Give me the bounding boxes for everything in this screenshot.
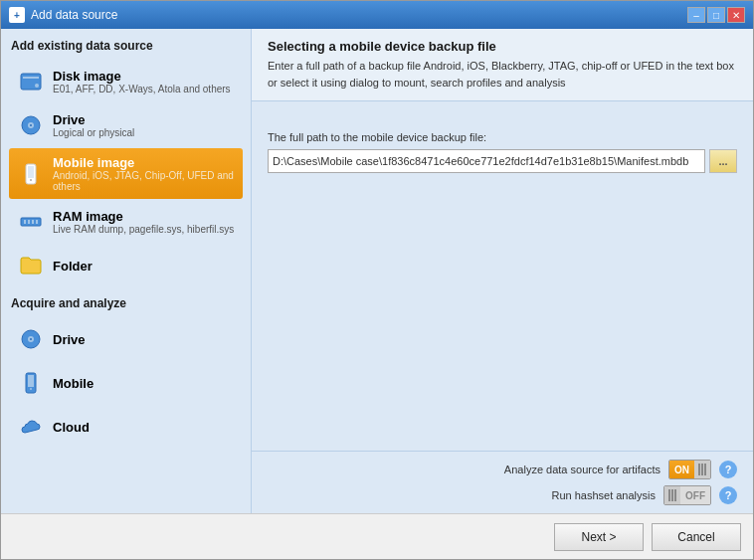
hashset-bar-3 <box>674 489 676 501</box>
minimize-button[interactable]: – <box>687 7 705 23</box>
folder-icon <box>17 252 45 280</box>
main-body: The full path to the mobile device backu… <box>252 101 753 451</box>
path-input-row: ... <box>268 149 737 173</box>
drive-sublabel: Logical or physical <box>53 127 134 138</box>
content-area: Add existing data source Disk image E01,… <box>1 29 753 513</box>
path-section: The full path to the mobile device backu… <box>268 131 737 173</box>
svg-point-2 <box>35 84 39 88</box>
sidebar-item-folder[interactable]: Folder <box>9 245 243 286</box>
analyze-toggle[interactable]: ON <box>668 460 711 479</box>
mobile-image-label: Mobile image <box>53 155 235 170</box>
drive-text: Drive Logical or physical <box>53 112 134 138</box>
sidebar-item-acquire-cloud[interactable]: Cloud <box>9 406 243 448</box>
sidebar-item-mobile-image[interactable]: Mobile image Android, iOS, JTAG, Chip-Of… <box>9 148 243 199</box>
path-input[interactable] <box>268 149 705 173</box>
analyze-help-icon[interactable]: ? <box>719 461 737 478</box>
app-icon: + <box>9 7 25 23</box>
hashset-bar-1 <box>668 489 670 501</box>
disk-image-text: Disk image E01, AFF, DD, X-Ways, Atola a… <box>53 69 231 94</box>
close-button[interactable]: ✕ <box>727 7 745 23</box>
footer: Next > Cancel <box>1 513 753 559</box>
toggle-bar-3 <box>704 464 706 475</box>
main-panel: Selecting a mobile device backup file En… <box>252 29 753 513</box>
svg-rect-1 <box>23 77 39 79</box>
disk-image-icon <box>17 68 45 95</box>
svg-rect-7 <box>28 166 34 178</box>
hashset-label: Run hashset analysis <box>551 489 656 501</box>
analyze-label: Analyze data source for artifacts <box>504 464 660 475</box>
toggle-bar-2 <box>701 464 703 475</box>
acquire-section-title: Acquire and analyze <box>11 296 243 310</box>
mobile-image-icon <box>17 160 45 188</box>
cancel-button[interactable]: Cancel <box>652 523 741 551</box>
titlebar-left: + Add data source <box>9 7 117 23</box>
sidebar: Add existing data source Disk image E01,… <box>1 29 252 513</box>
sidebar-item-disk-image[interactable]: Disk image E01, AFF, DD, X-Ways, Atola a… <box>9 61 243 102</box>
ram-image-sublabel: Live RAM dump, pagefile.sys, hiberfil.sy… <box>53 224 234 235</box>
acquire-drive-label: Drive <box>53 332 86 347</box>
toggle-bar-1 <box>698 464 700 475</box>
analyze-option-row: Analyze data source for artifacts ON ? <box>268 460 737 479</box>
hashset-bar-2 <box>671 489 673 501</box>
main-header: Selecting a mobile device backup file En… <box>252 29 753 101</box>
sidebar-item-acquire-drive[interactable]: Drive <box>9 318 243 360</box>
ram-image-text: RAM image Live RAM dump, pagefile.sys, h… <box>53 209 234 235</box>
ram-image-icon <box>17 208 45 236</box>
acquire-cloud-icon <box>17 413 45 441</box>
main-header-title: Selecting a mobile device backup file <box>268 39 737 54</box>
folder-label: Folder <box>53 259 93 274</box>
path-label: The full path to the mobile device backu… <box>268 131 737 143</box>
svg-point-8 <box>30 179 32 181</box>
svg-point-16 <box>30 338 32 340</box>
next-button[interactable]: Next > <box>554 523 644 551</box>
acquire-mobile-icon <box>17 369 45 397</box>
acquire-drive-icon <box>17 325 45 353</box>
cancel-label: Cancel <box>677 530 714 544</box>
mobile-image-text: Mobile image Android, iOS, JTAG, Chip-Of… <box>53 155 235 192</box>
disk-image-label: Disk image <box>53 69 231 84</box>
sidebar-item-drive[interactable]: Drive Logical or physical <box>9 104 243 146</box>
svg-rect-11 <box>28 220 30 224</box>
restore-button[interactable]: □ <box>707 7 725 23</box>
hashset-toggle-bars <box>664 486 680 504</box>
acquire-cloud-text: Cloud <box>53 420 90 435</box>
svg-rect-13 <box>36 220 38 224</box>
analyze-toggle-bars <box>694 461 710 478</box>
acquire-cloud-label: Cloud <box>53 420 90 435</box>
ram-image-label: RAM image <box>53 209 234 224</box>
sidebar-item-ram-image[interactable]: RAM image Live RAM dump, pagefile.sys, h… <box>9 201 243 243</box>
svg-point-19 <box>30 388 32 390</box>
acquire-mobile-text: Mobile <box>53 376 94 391</box>
hashset-option-row: Run hashset analysis OFF ? <box>268 485 737 505</box>
next-label: Next > <box>581 530 616 544</box>
window-title: Add data source <box>31 8 117 22</box>
window: + Add data source – □ ✕ Add existing dat… <box>0 0 754 560</box>
drive-label: Drive <box>53 112 134 127</box>
bottom-bar: Analyze data source for artifacts ON ? R… <box>252 451 753 513</box>
titlebar: + Add data source – □ ✕ <box>1 1 753 29</box>
svg-rect-12 <box>32 220 34 224</box>
main-header-desc: Enter a full path of a backup file Andro… <box>268 58 737 91</box>
drive-icon <box>17 111 45 139</box>
hashset-toggle-off: OFF <box>680 486 710 504</box>
disk-image-sublabel: E01, AFF, DD, X-Ways, Atola and others <box>53 84 231 94</box>
existing-section-title: Add existing data source <box>9 39 243 53</box>
titlebar-controls: – □ ✕ <box>687 7 745 23</box>
browse-button[interactable]: ... <box>709 149 737 173</box>
acquire-mobile-label: Mobile <box>53 376 94 391</box>
hashset-toggle[interactable]: OFF <box>663 485 711 505</box>
folder-text: Folder <box>53 259 93 274</box>
svg-rect-10 <box>24 220 26 224</box>
analyze-toggle-on: ON <box>669 461 694 478</box>
svg-point-5 <box>30 124 32 126</box>
mobile-image-sublabel: Android, iOS, JTAG, Chip-Off, UFED and o… <box>53 170 235 192</box>
svg-rect-18 <box>28 375 34 387</box>
sidebar-item-acquire-mobile[interactable]: Mobile <box>9 362 243 404</box>
acquire-drive-text: Drive <box>53 332 86 347</box>
hashset-help-icon[interactable]: ? <box>719 486 737 504</box>
